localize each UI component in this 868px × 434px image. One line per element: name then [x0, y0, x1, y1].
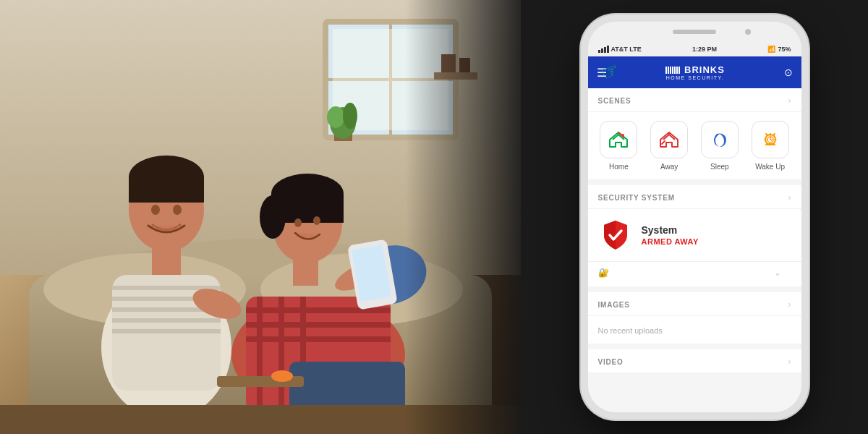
scene-sleep-icon-wrapper	[701, 121, 739, 158]
system-info: System ARMED AWAY	[642, 224, 791, 246]
svg-rect-37	[246, 336, 391, 342]
carrier-text: AT&T LTE	[611, 46, 642, 53]
photo-background	[0, 0, 521, 434]
security-content: System ARMED AWAY	[588, 209, 801, 261]
svg-point-54	[271, 370, 293, 382]
scenes-title: SCENES	[598, 97, 631, 105]
scene-wakeup-label: Wake Up	[755, 163, 785, 171]
phone-top-bar	[588, 22, 801, 42]
logo-text: BRINKS	[665, 64, 725, 75]
svg-point-30	[151, 205, 160, 215]
scene-home[interactable]: Home	[600, 121, 637, 171]
scenes-grid: Home Away	[588, 112, 801, 179]
svg-point-47	[294, 218, 302, 227]
svg-rect-36	[246, 322, 391, 328]
home-scene-icon	[608, 129, 629, 150]
wakeup-scene-icon	[760, 129, 780, 150]
status-left: AT&T LTE	[598, 46, 642, 53]
sleep-scene-icon	[710, 129, 730, 150]
dark-background: AT&T LTE 1:29 PM 📶 75% ☰	[521, 0, 868, 434]
logo-subtitle: HOME SECURITY.	[666, 75, 724, 80]
brinks-logo: BRINKS HOME SECURITY.	[665, 64, 725, 80]
scenes-header[interactable]: SCENES ›	[588, 88, 801, 112]
svg-rect-38	[257, 297, 263, 412]
wifi-icon: 📶	[767, 46, 775, 53]
battery-text: 75%	[778, 46, 791, 53]
images-title: IMAGES	[598, 301, 630, 309]
lock-icon: 🔐	[598, 268, 609, 278]
security-title: SECURITY SYSTEM	[598, 194, 675, 202]
svg-rect-29	[129, 177, 204, 203]
images-empty-message: No recent uploads	[598, 326, 663, 335]
svg-point-10	[343, 103, 357, 129]
lock-icon-wrapper[interactable]: 🔐	[598, 268, 609, 278]
security-header[interactable]: SECURITY SYSTEM ›	[588, 185, 801, 209]
scene-home-label: Home	[609, 163, 629, 171]
lock-row: 🔐 ⌄	[588, 261, 801, 286]
svg-point-46	[260, 195, 286, 239]
security-section: SECURITY SYSTEM › System ARMED AWAY	[588, 185, 801, 286]
images-chevron: ›	[788, 299, 791, 310]
logo-name: BRINKS	[684, 64, 725, 75]
scene-sleep-label: Sleep	[710, 163, 729, 171]
svg-point-48	[313, 216, 320, 225]
scene-wakeup-icon-wrapper	[752, 121, 789, 158]
scene-away[interactable]: Away	[650, 121, 688, 171]
images-content: No recent uploads	[588, 316, 801, 344]
phone-mockup: AT&T LTE 1:29 PM 📶 75% ☰	[588, 22, 801, 412]
menu-icon[interactable]: ☰	[597, 66, 607, 80]
app-content: SCENES › Home	[588, 88, 801, 412]
video-chevron: ›	[788, 357, 791, 367]
video-header[interactable]: VIDEO ›	[588, 349, 801, 373]
svg-rect-24	[112, 318, 221, 323]
status-right: 📶 75%	[767, 46, 791, 53]
svg-rect-25	[112, 329, 221, 333]
scenes-chevron: ›	[788, 95, 791, 106]
security-chevron: ›	[788, 192, 791, 203]
settings-icon[interactable]: ⊙	[784, 67, 793, 78]
images-header[interactable]: IMAGES ›	[588, 292, 801, 316]
svg-rect-55	[405, 0, 521, 434]
logo-lines	[665, 67, 680, 74]
shield-icon	[598, 218, 633, 252]
scene-away-label: Away	[660, 163, 678, 171]
video-title: VIDEO	[598, 358, 624, 366]
phone-camera	[745, 29, 751, 35]
scene-home-icon-wrapper	[600, 121, 637, 158]
lock-row-inner: 🔐 ⌄	[598, 268, 791, 278]
scene-wakeup[interactable]: Wake Up	[752, 121, 789, 171]
status-bar: AT&T LTE 1:29 PM 📶 75%	[588, 42, 801, 56]
svg-rect-35	[246, 307, 391, 313]
expand-chevron[interactable]: ⌄	[774, 268, 781, 278]
images-section: IMAGES › No recent uploads	[588, 292, 801, 344]
svg-line-60	[770, 140, 772, 140]
video-section: VIDEO ›	[588, 349, 801, 373]
scene-away-icon-wrapper	[650, 121, 688, 158]
svg-point-9	[327, 106, 344, 128]
svg-point-31	[173, 205, 182, 215]
couple-illustration	[0, 0, 521, 434]
scene-sleep[interactable]: Sleep	[701, 121, 739, 171]
svg-point-56	[621, 134, 624, 137]
system-name: System	[642, 224, 791, 236]
signal-icon	[598, 46, 609, 53]
away-scene-icon	[659, 129, 679, 150]
app-header: ☰ BRINKS HOME SECURITY. ⊙	[588, 56, 801, 88]
phone-speaker	[673, 30, 716, 34]
svg-rect-39	[278, 297, 284, 412]
system-status: ARMED AWAY	[642, 237, 791, 246]
time-text: 1:29 PM	[692, 46, 717, 53]
scenes-section: SCENES › Home	[588, 88, 801, 179]
